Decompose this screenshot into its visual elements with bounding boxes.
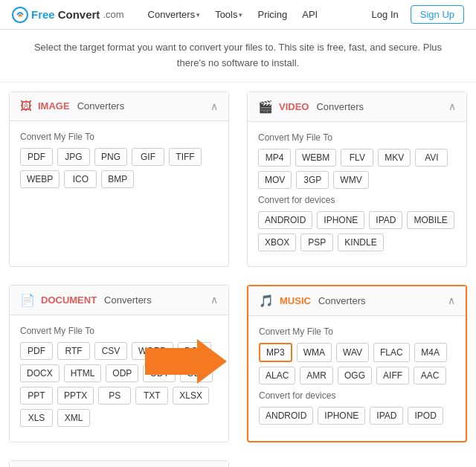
subtitle: Select the target format you want to con… <box>0 30 476 83</box>
format-btn-wav[interactable]: WAV <box>336 343 369 362</box>
subtitle-line1: Select the target format you want to con… <box>30 40 446 56</box>
format-btn-bmp[interactable]: BMP <box>101 170 134 188</box>
format-btn-psp[interactable]: PSP <box>300 234 333 251</box>
document-card: 📄 DOCUMENT Converters ∧ Convert My File … <box>9 285 229 442</box>
format-btn-xls[interactable]: XLS <box>20 409 53 427</box>
nav-right: Log In Sign Up <box>366 5 464 24</box>
music-collapse-icon[interactable]: ∧ <box>448 294 455 306</box>
format-btn-m4a[interactable]: M4A <box>414 343 447 362</box>
format-btn-avi[interactable]: AVI <box>415 149 448 167</box>
format-btn-kindle[interactable]: KINDLE <box>338 234 383 251</box>
video-devices-label: Convert for devices <box>258 195 456 205</box>
format-btn-pdf[interactable]: PDF <box>20 148 53 166</box>
format-btn-mov[interactable]: MOV <box>258 171 292 189</box>
format-btn-docx[interactable]: DOCX <box>20 364 60 382</box>
image-title-word: IMAGE <box>38 100 70 112</box>
subtitle-line2: there's no software to install. <box>30 56 446 71</box>
format-btn-webm[interactable]: WEBM <box>295 149 336 167</box>
format-btn-android[interactable]: ANDROID <box>258 211 312 229</box>
music-format-grid: MP3WMAWAVFLACM4AALACAMROGGAIFFAAC <box>259 343 455 384</box>
video-devices-grid: ANDROIDIPHONEIPADMOBILEXBOXPSPKINDLE <box>258 211 456 251</box>
format-btn-html[interactable]: HTML <box>64 364 102 382</box>
format-btn-xlsx[interactable]: XLSX <box>173 387 209 405</box>
logo-icon <box>12 7 28 23</box>
video-card-body: Convert My File To MP4WEBMFLVMKVAVIMOV3G… <box>248 122 466 266</box>
format-btn-doc[interactable]: DOC <box>178 342 211 360</box>
image-card-header: 🖼 IMAGE Converters ∧ <box>10 92 228 121</box>
video-collapse-icon[interactable]: ∧ <box>448 100 456 112</box>
format-btn-jpg[interactable]: JPG <box>57 148 90 166</box>
format-btn-png[interactable]: PNG <box>94 148 127 166</box>
format-btn-csv[interactable]: CSV <box>94 342 127 360</box>
format-btn-aiff[interactable]: AIFF <box>376 367 409 384</box>
format-btn-webp[interactable]: WEBP <box>20 170 60 188</box>
format-btn-word[interactable]: WORD <box>132 342 173 360</box>
format-btn-ogg[interactable]: OGG <box>338 367 372 384</box>
format-btn-android[interactable]: ANDROID <box>259 407 313 425</box>
image-card-header-left: 🖼 IMAGE Converters <box>20 100 124 113</box>
format-btn-txt[interactable]: TXT <box>135 387 168 405</box>
nav-pricing[interactable]: Pricing <box>251 6 293 23</box>
signup-button[interactable]: Sign Up <box>411 5 464 24</box>
document-card-body: Convert My File To PDFRTFCSVWORDDOCDOCXH… <box>10 315 228 442</box>
format-btn-mp3[interactable]: MP3 <box>259 343 292 362</box>
format-btn-alac[interactable]: ALAC <box>259 367 295 384</box>
unit-card-header: 📐 UNIT Converters ∧ <box>10 461 228 467</box>
format-btn-ppt[interactable]: PPT <box>20 387 53 405</box>
image-title-rest: Converters <box>77 100 125 112</box>
nav-links: Converters ▾ Tools ▾ Pricing API <box>142 6 366 23</box>
format-btn-aac[interactable]: AAC <box>414 367 446 384</box>
format-btn-amr[interactable]: AMR <box>300 367 333 384</box>
nav-converters[interactable]: Converters ▾ <box>142 6 207 23</box>
image-card-body: Convert My File To PDFJPGPNGGIFTIFFWEBPI… <box>10 121 228 203</box>
format-btn-odp[interactable]: ODP <box>106 364 138 382</box>
format-btn-wmv[interactable]: WMV <box>333 171 368 189</box>
music-title-rest: Converters <box>318 295 366 306</box>
format-btn-rtf[interactable]: RTF <box>57 342 90 360</box>
format-btn-tiff[interactable]: TIFF <box>169 148 202 166</box>
format-btn-pptx[interactable]: PPTX <box>57 387 94 405</box>
format-btn-ps[interactable]: PS <box>98 387 131 405</box>
tools-chevron: ▾ <box>239 11 242 19</box>
image-collapse-icon[interactable]: ∧ <box>210 100 218 112</box>
format-btn-flv[interactable]: FLV <box>341 149 373 167</box>
format-btn-flac[interactable]: FLAC <box>373 343 410 362</box>
document-collapse-icon[interactable]: ∧ <box>210 294 218 306</box>
nav-api[interactable]: API <box>296 6 324 23</box>
video-card-header-left: 🎬 VIDEO Converters <box>258 100 364 114</box>
format-btn-mkv[interactable]: MKV <box>378 149 411 167</box>
format-btn-gif[interactable]: GIF <box>132 148 164 166</box>
image-card-icon: 🖼 <box>20 100 32 113</box>
image-section-label: Convert My File To <box>20 132 218 142</box>
video-card-header: 🎬 VIDEO Converters ∧ <box>248 92 466 122</box>
format-btn-odt[interactable]: ODT <box>143 364 176 382</box>
format-btn-ipad[interactable]: IPAD <box>370 407 403 425</box>
format-btn-wma[interactable]: WMA <box>297 343 332 362</box>
format-btn-iphone[interactable]: IPHONE <box>317 211 364 229</box>
document-section-label: Convert My File To <box>20 326 218 336</box>
format-btn-pdf[interactable]: PDF <box>20 342 53 360</box>
nav-tools[interactable]: Tools ▾ <box>209 6 248 23</box>
format-btn-ipad[interactable]: IPAD <box>369 211 402 229</box>
format-btn-mp4[interactable]: MP4 <box>258 149 291 167</box>
logo[interactable]: FreeConvert.com <box>12 7 124 23</box>
document-title-word: DOCUMENT <box>41 294 97 306</box>
format-btn-xbox[interactable]: XBOX <box>258 234 296 251</box>
video-section-label: Convert My File To <box>258 132 456 143</box>
document-card-header-left: 📄 DOCUMENT Converters <box>20 293 152 307</box>
music-card-header-left: 🎵 MUSIC Converters <box>259 294 365 308</box>
format-btn-mobile[interactable]: MOBILE <box>407 211 454 229</box>
format-btn-ods[interactable]: ODS <box>180 364 213 382</box>
image-format-grid: PDFJPGPNGGIFTIFFWEBPICOBMP <box>20 148 218 188</box>
format-btn-xml[interactable]: XML <box>57 409 90 427</box>
format-btn-3gp[interactable]: 3GP <box>296 171 329 189</box>
image-card: 🖼 IMAGE Converters ∧ Convert My File To … <box>9 91 229 267</box>
document-card-header: 📄 DOCUMENT Converters ∧ <box>10 286 228 315</box>
format-btn-ico[interactable]: ICO <box>64 170 97 188</box>
format-btn-iphone[interactable]: IPHONE <box>318 407 365 425</box>
login-button[interactable]: Log In <box>366 6 405 23</box>
format-btn-ipod[interactable]: IPOD <box>408 407 443 425</box>
music-card: 🎵 MUSIC Converters ∧ Convert My File To … <box>247 285 467 442</box>
logo-com: .com <box>103 9 123 20</box>
music-card-icon: 🎵 <box>259 294 274 308</box>
